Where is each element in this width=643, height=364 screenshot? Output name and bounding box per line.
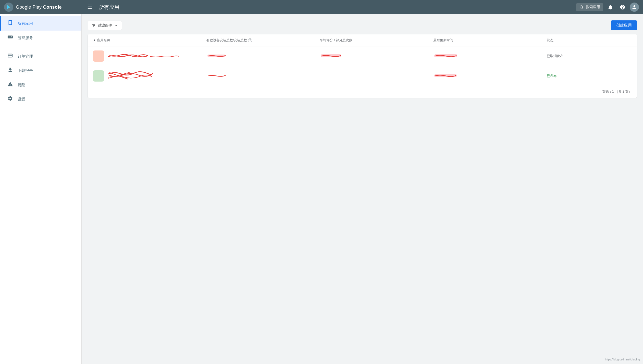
th-status: 状态 [547, 38, 632, 43]
download-reports-icon [7, 67, 14, 74]
help-icon [620, 4, 625, 10]
redacted-app-name-1 [107, 54, 148, 58]
th-app-name: ▲ 应用名称 [93, 38, 206, 43]
rating-cell-1 [320, 53, 433, 59]
sidebar: 所有应用 游戏服务 订单管理 下载报告 提醒 [0, 14, 82, 364]
sidebar-item-order-management[interactable]: 订单管理 [0, 49, 81, 63]
filter-icon [92, 23, 96, 28]
sidebar-item-all-apps[interactable]: 所有应用 [0, 16, 81, 31]
page-title: 所有应用 [99, 4, 119, 11]
sidebar-item-alerts[interactable]: 提醒 [0, 78, 81, 92]
th-installs: 有效设备安装总数/安装总数 ? [206, 38, 320, 43]
th-installs-label: 有效设备安装总数/安装总数 [206, 38, 247, 43]
pagination: 页码： 1 （共 1 页） [88, 86, 637, 98]
status-badge-2: 已发布 [547, 74, 557, 78]
google-play-logo [4, 3, 13, 12]
sidebar-label-order-management: 订单管理 [18, 54, 33, 59]
game-services-icon [7, 34, 14, 41]
th-app-name-label: ▲ 应用名称 [93, 38, 110, 43]
header-title-area: ☰ 所有应用 [86, 3, 119, 11]
layout: 所有应用 游戏服务 订单管理 下载报告 提醒 [0, 14, 643, 364]
last-updated-cell-2 [433, 73, 547, 79]
th-last-updated: 最后更新时间 [433, 38, 547, 43]
sidebar-label-alerts: 提醒 [18, 83, 25, 87]
pagination-current: 1 [612, 89, 614, 94]
svg-point-1 [580, 6, 583, 8]
chevron-down-icon [114, 23, 118, 28]
sidebar-label-download-reports: 下载报告 [18, 68, 33, 73]
settings-icon [7, 96, 14, 103]
alerts-icon [7, 81, 14, 88]
filter-button-label: 过滤条件 [98, 23, 112, 28]
pagination-total: （共 1 页） [615, 89, 632, 94]
svg-line-2 [582, 8, 583, 9]
notification-button[interactable] [605, 2, 615, 12]
search-icon [579, 5, 584, 9]
sidebar-item-download-reports[interactable]: 下载报告 [0, 63, 81, 78]
sidebar-item-game-services[interactable]: 游戏服务 [0, 31, 81, 45]
hamburger-button[interactable]: ☰ [86, 3, 94, 11]
table-row[interactable]: 已取消发布 [88, 46, 637, 66]
app-info-cell-2 [93, 70, 206, 82]
redacted-installs-2 [206, 73, 227, 77]
rating-cell-2 [320, 73, 433, 79]
sidebar-divider-1 [0, 47, 81, 47]
installs-help-icon[interactable]: ? [248, 38, 252, 42]
header-right: ☰ 所有应用 搜索应用 [86, 2, 639, 12]
watermark: https://blog.csdn.net/qiuqing [605, 358, 640, 361]
installs-cell-2 [206, 73, 320, 79]
table-row[interactable]: 已发布 [88, 66, 637, 86]
avatar-button[interactable] [630, 3, 639, 12]
status-cell-1: 已取消发布 [547, 54, 632, 58]
redacted-app-name-2 [107, 70, 153, 81]
apps-table: ▲ 应用名称 有效设备安装总数/安装总数 ? 平均评分 / 评分总次数 最后更新… [88, 34, 637, 98]
th-rating: 平均评分 / 评分总次数 [320, 38, 433, 43]
installs-cell-1 [206, 53, 320, 59]
redacted-date-1 [433, 53, 459, 58]
header-actions: 搜索应用 [576, 2, 639, 12]
status-badge-1: 已取消发布 [547, 54, 563, 58]
last-updated-cell-1 [433, 53, 547, 59]
main-content: 过滤条件 创建应用 ▲ 应用名称 有效设备安装总数/安装总数 ? 平均评分 / … [82, 14, 643, 364]
search-box[interactable]: 搜索应用 [576, 3, 603, 11]
filter-bar: 过滤条件 创建应用 [88, 20, 637, 30]
help-button[interactable] [617, 2, 628, 12]
app-icon-2 [93, 70, 104, 82]
logo-area: Google Play Console [4, 3, 86, 12]
th-last-updated-label: 最后更新时间 [433, 38, 453, 43]
all-apps-icon [7, 20, 14, 27]
search-placeholder: 搜索应用 [586, 5, 600, 9]
filter-button[interactable]: 过滤条件 [88, 21, 122, 30]
th-rating-label: 平均评分 / 评分总次数 [320, 38, 352, 43]
app-info-cell-1 [93, 50, 206, 62]
sidebar-label-settings: 设置 [18, 97, 25, 102]
redacted-installs-1 [206, 53, 227, 58]
app-icon-1 [93, 50, 104, 62]
pagination-label: 页码： [602, 89, 612, 94]
redacted-app-id-1 [149, 55, 180, 58]
logo-text: Google Play Console [16, 5, 62, 10]
sidebar-label-game-services: 游戏服务 [18, 35, 33, 40]
order-management-icon [7, 53, 14, 60]
create-app-button[interactable]: 创建应用 [611, 20, 637, 30]
status-cell-2: 已发布 [547, 74, 632, 78]
table-header: ▲ 应用名称 有效设备安装总数/安装总数 ? 平均评分 / 评分总次数 最后更新… [88, 34, 637, 46]
redacted-rating-1 [320, 53, 343, 58]
redacted-date-2 [433, 73, 459, 77]
avatar-icon [632, 4, 637, 10]
top-header: Google Play Console ☰ 所有应用 搜索应用 [0, 0, 643, 14]
sidebar-item-settings[interactable]: 设置 [0, 92, 81, 106]
sidebar-label-all-apps: 所有应用 [18, 21, 33, 26]
notification-icon [608, 4, 613, 10]
th-status-label: 状态 [547, 38, 553, 43]
